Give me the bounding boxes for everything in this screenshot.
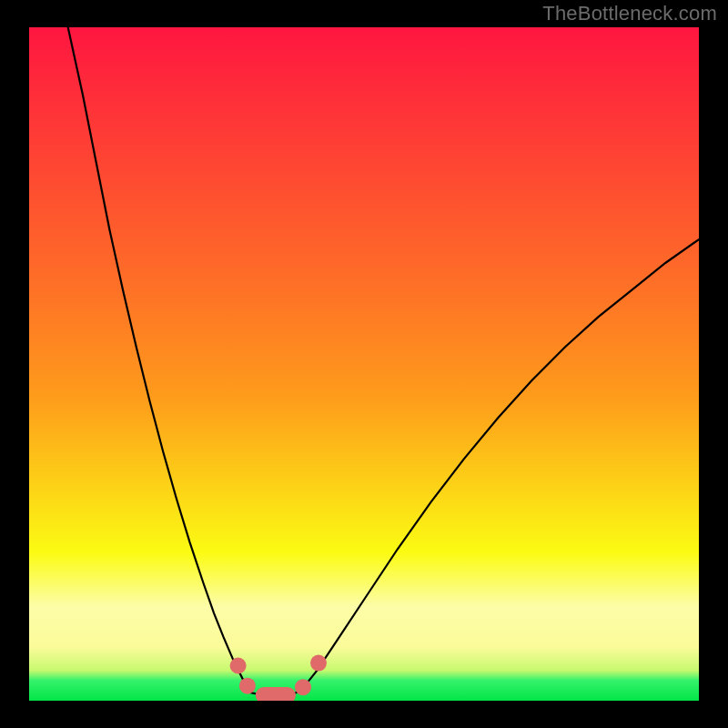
- watermark-text: TheBottleneck.com: [542, 2, 717, 25]
- datapoint-dot: [295, 679, 311, 695]
- chart-frame: TheBottleneck.com: [0, 0, 728, 728]
- plot-area: [29, 27, 699, 701]
- datapoint-pill: [256, 687, 296, 701]
- datapoint-dot: [310, 655, 327, 672]
- datapoint-dot: [239, 678, 256, 694]
- datapoint-dot: [230, 658, 247, 674]
- plot-svg: [29, 27, 699, 701]
